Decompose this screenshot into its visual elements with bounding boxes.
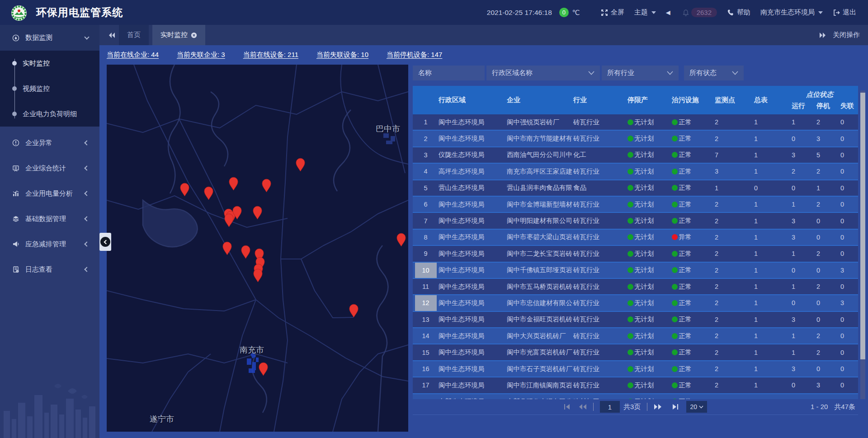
page-size-select[interactable]: 20 — [686, 401, 707, 413]
table-row[interactable]: 1阆中生态环境局阆中强锐页岩砖厂砖瓦行业无计划正常21120 — [413, 114, 858, 131]
table-row[interactable]: 15阆中生态环境局阆中市光富页岩机砖厂砖瓦行业无计划正常21120 — [413, 344, 858, 361]
table-row[interactable]: 12阆中生态环境局阆中市忠信建材有限公砖瓦行业无计划正常21003 — [413, 295, 858, 311]
map-collapse-handle[interactable] — [99, 233, 111, 251]
table-row[interactable]: 8阆中生态环境局阆中市枣碧大梁山页岩砖瓦行业无计划异常21300 — [413, 230, 858, 246]
map-pin[interactable] — [295, 158, 306, 172]
page-input[interactable]: 1 — [600, 401, 620, 413]
speaker-icon[interactable]: ◀ — [666, 9, 670, 16]
table-row[interactable]: 18南部生态环境局南部县砚化水泥有限公建材加工无计划正常62060 — [413, 394, 858, 399]
status-dot-green — [672, 284, 678, 290]
table-row[interactable]: 11阆中生态环境局阆中市五马桥页岩机砖砖瓦行业无计划正常21120 — [413, 279, 858, 295]
cell-run: 1 — [790, 279, 815, 294]
cell-ind: 砖瓦行业 — [573, 197, 627, 212]
close-operations-button[interactable]: 关闭操作 — [833, 31, 860, 39]
table-row[interactable]: 13阆中生态环境局阆中市金福旺页岩机砖砖瓦行业无计划正常21300 — [413, 312, 858, 328]
table-row[interactable]: 2阆中生态环境局阆中市南方节能建材有砖瓦行业无计划正常21030 — [413, 131, 858, 147]
row-number: 11 — [415, 279, 437, 294]
col-facility: 治污设施 — [672, 86, 713, 114]
col-total-meter: 总表 — [753, 86, 790, 114]
cell-stopm: 2 — [815, 246, 839, 261]
tabs-scroll-right-icon[interactable] — [819, 32, 826, 39]
map-pin[interactable] — [261, 179, 272, 193]
map-panel[interactable]: 巴中市南充市遂宁市 — [107, 65, 408, 432]
table-row[interactable]: 6阆中生态环境局阆中市金博瑞新型墙材砖瓦行业无计划正常21120 — [413, 197, 858, 213]
table-row[interactable]: 16阆中生态环境局阆中市石子页岩机砖厂砖瓦行业无计划正常21300 — [413, 361, 858, 377]
sidebar-item-company-abnormal[interactable]: 企业异常 — [0, 130, 99, 155]
map-pin[interactable] — [252, 206, 263, 220]
region-filter-select[interactable]: 行政区域名称 — [486, 66, 600, 80]
notification[interactable]: 2632 — [682, 8, 717, 17]
table-row[interactable]: 3仪陇生态环境局西南油气田分公司川中化工无计划正常71350 — [413, 147, 858, 164]
table-row[interactable]: 7阆中生态环境局阆中明阳建材有限公司砖瓦行业无计划正常21300 — [413, 213, 858, 229]
row-number: 9 — [415, 246, 437, 261]
table-row[interactable]: 14阆中生态环境局阆中大兴页岩机砖厂砖瓦行业无计划正常21120 — [413, 328, 858, 344]
next-page-button[interactable] — [654, 404, 662, 410]
cell-num: 2 — [413, 131, 439, 146]
row-number: 12 — [415, 295, 437, 311]
map-pin[interactable] — [349, 304, 359, 318]
map-pin[interactable] — [258, 362, 269, 376]
theme-dropdown[interactable]: 主题 — [634, 8, 656, 17]
table-row[interactable]: 9阆中生态环境局阆中市二龙长宝页岩砖砖瓦行业无计划正常21120 — [413, 246, 858, 262]
cell-stopm: 0 — [815, 263, 839, 278]
table-row[interactable]: 17阆中生态环境局阆中市江南镇阆南页岩砖瓦行业无计划正常21030 — [413, 377, 858, 394]
sidebar-item-base-data[interactable]: 基础数据管理 — [0, 206, 99, 231]
sidebar-item-video-monitor[interactable]: 视频监控 — [0, 76, 99, 101]
help-button[interactable]: 帮助 — [727, 8, 750, 17]
sidebar-item-power-load-detail[interactable]: 企业电力负荷明细 — [0, 101, 99, 127]
cell-comp: 阆中市南方节能建材有 — [507, 131, 573, 146]
cell-run: 3 — [790, 230, 815, 245]
sidebar-item-logs[interactable]: 日志查看 — [0, 257, 99, 282]
map-pin[interactable] — [396, 233, 406, 247]
status-dot-green — [672, 382, 678, 388]
first-page-button[interactable] — [563, 404, 571, 410]
table-row[interactable]: 5营山生态环境局营山县润丰肉食品有限食品无计划正常10010 — [413, 180, 858, 197]
map-pin[interactable] — [228, 177, 239, 191]
name-filter-input[interactable]: 名称 — [413, 66, 485, 80]
map-pin[interactable] — [253, 268, 263, 283]
tab-realtime-monitor[interactable]: 实时监控 — [152, 25, 205, 45]
map-city-label: 巴中市 — [376, 123, 400, 134]
prev-page-button[interactable] — [579, 404, 587, 410]
tab-home[interactable]: 首页 — [119, 25, 149, 45]
map-pin[interactable] — [241, 245, 251, 259]
close-icon[interactable] — [191, 32, 197, 38]
scrollbar-thumb[interactable] — [860, 93, 865, 359]
fullscreen-button[interactable]: 全屏 — [601, 8, 624, 17]
cell-tot: 0 — [753, 180, 790, 196]
cell-ind: 砖瓦行业 — [573, 114, 627, 130]
cell-stop: 无计划 — [627, 312, 672, 327]
chevron-left-icon — [84, 191, 89, 196]
cell-ind: 砖瓦行业 — [573, 328, 627, 344]
table-row[interactable]: 10阆中生态环境局阆中千佛镇五郎垭页岩砖瓦行业无计划正常21003 — [413, 263, 858, 279]
industry-filter-select[interactable]: 所有行业 — [602, 66, 679, 80]
cell-region: 阆中生态环境局 — [439, 344, 507, 360]
caret-down-icon — [818, 11, 823, 14]
cell-comp: 阆中千佛镇五郎垭页岩 — [507, 263, 573, 278]
cell-ind: 砖瓦行业 — [573, 213, 627, 228]
row-number: 15 — [415, 344, 437, 360]
sidebar-item-data-monitor[interactable]: 数据监测 — [0, 25, 99, 51]
app-logo — [11, 5, 27, 21]
cell-run: 1 — [790, 114, 815, 130]
status-filter-select[interactable]: 所有状态 — [684, 66, 744, 80]
table-body: 1阆中生态环境局阆中强锐页岩砖厂砖瓦行业无计划正常211202阆中生态环境局阆中… — [413, 114, 858, 399]
map-pin[interactable] — [224, 213, 234, 227]
map-pin[interactable] — [222, 241, 232, 255]
last-page-button[interactable] — [672, 404, 679, 410]
sidebar-item-realtime-monitor[interactable]: 实时监控 — [0, 51, 99, 76]
org-dropdown[interactable]: 南充市生态环境局 — [760, 8, 823, 17]
cell-lost: 0 — [839, 131, 858, 146]
table-row[interactable]: 4高坪生态环境局南充市高坪区王家店建砖瓦行业无计划正常31220 — [413, 164, 858, 180]
tabs-scroll-left-icon[interactable] — [108, 32, 115, 39]
sidebar-item-power-analysis[interactable]: 企业用电量分析 — [0, 181, 99, 206]
logout-button[interactable]: 退出 — [833, 8, 856, 17]
sidebar-item-company-statistics[interactable]: 企业综合统计 — [0, 155, 99, 181]
status-dot-green — [627, 234, 633, 240]
sidebar-item-emergency[interactable]: 应急减排管理 — [0, 231, 99, 257]
cell-region: 阆中生态环境局 — [439, 230, 507, 245]
map-pin[interactable] — [203, 186, 214, 200]
chevron-left-icon — [84, 216, 89, 221]
map-pin[interactable] — [179, 183, 190, 197]
cell-stopm: 2 — [815, 197, 839, 212]
